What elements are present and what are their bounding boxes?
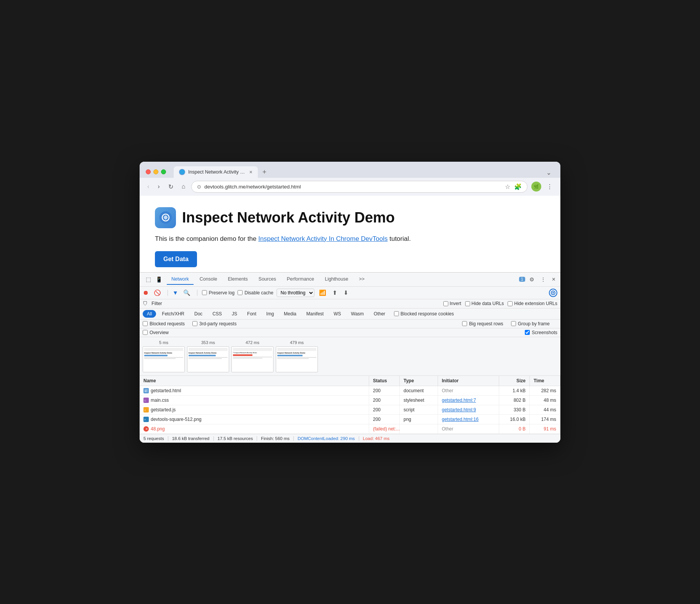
- type-filter-doc[interactable]: Doc: [190, 310, 207, 318]
- third-party-input[interactable]: [192, 321, 197, 326]
- row-3-initiator-link[interactable]: getstarted.html:9: [442, 407, 476, 412]
- big-rows-input[interactable]: [462, 321, 467, 326]
- col-header-size[interactable]: Size: [499, 376, 530, 386]
- overview-input[interactable]: [143, 330, 148, 335]
- forward-icon: ›: [158, 183, 160, 190]
- type-filter-other[interactable]: Other: [370, 310, 389, 318]
- tab-console[interactable]: Console: [195, 274, 222, 285]
- address-bar[interactable]: ⊙ devtools.glitch.me/network/getstarted.…: [191, 181, 527, 193]
- tab-more[interactable]: >>: [354, 274, 369, 285]
- home-button[interactable]: ⌂: [179, 182, 188, 192]
- big-request-rows-checkbox[interactable]: Big request rows: [462, 321, 503, 326]
- blocked-cookies-input[interactable]: [394, 311, 399, 316]
- col-header-time[interactable]: Time: [530, 376, 560, 386]
- blocked-response-cookies-checkbox[interactable]: Blocked response cookies: [394, 311, 454, 317]
- back-button[interactable]: ‹: [145, 182, 151, 192]
- tab-performance[interactable]: Performance: [282, 274, 319, 285]
- col-header-name[interactable]: Name: [140, 376, 369, 386]
- preserve-log-input[interactable]: [202, 290, 207, 295]
- tab-network[interactable]: Network: [167, 274, 194, 285]
- screenshot-thumb-1[interactable]: Inspect Network Activity Demo: [143, 346, 185, 372]
- new-tab-button[interactable]: +: [259, 167, 270, 178]
- type-filter-media[interactable]: Media: [280, 310, 301, 318]
- download-icon[interactable]: ⬇: [342, 289, 350, 297]
- blocked-requests-input[interactable]: [143, 321, 148, 326]
- type-filter-font[interactable]: Font: [243, 310, 260, 318]
- type-filter-fetch-xhr[interactable]: Fetch/XHR: [158, 310, 189, 318]
- row-4-initiator-link[interactable]: getstarted.html:16: [442, 417, 479, 422]
- search-icon[interactable]: 🔍: [181, 288, 192, 297]
- device-toolbar-icon[interactable]: 📱: [154, 275, 164, 284]
- tab-title: Inspect Network Activity Dem: [188, 169, 246, 175]
- hide-extension-urls-input[interactable]: [508, 301, 513, 306]
- devtools-tutorial-link[interactable]: Inspect Network Activity In Chrome DevTo…: [258, 235, 387, 242]
- forward-button[interactable]: ›: [155, 182, 162, 192]
- hide-data-urls-input[interactable]: [465, 301, 470, 306]
- type-filter-js[interactable]: JS: [228, 310, 241, 318]
- type-filter-img[interactable]: Img: [262, 310, 278, 318]
- row-1-type: document: [400, 386, 438, 395]
- get-data-button[interactable]: Get Data: [155, 251, 197, 267]
- invert-checkbox[interactable]: Invert: [443, 301, 461, 306]
- disable-cache-checkbox[interactable]: Disable cache: [238, 290, 273, 296]
- group-by-frame-input[interactable]: [511, 321, 516, 326]
- type-filter-ws[interactable]: WS: [329, 310, 345, 318]
- page-title: Inspect Network Activity Demo: [182, 209, 395, 226]
- col-header-type[interactable]: Type: [400, 376, 438, 386]
- table-row[interactable]: H getstarted.html 200 document Other 1.4…: [140, 386, 560, 396]
- third-party-checkbox[interactable]: 3rd-party requests: [192, 321, 236, 326]
- preserve-log-checkbox[interactable]: Preserve log: [202, 290, 234, 296]
- screenshot-time-1: 5 ms: [159, 340, 168, 345]
- browser-tab[interactable]: 🌐 Inspect Network Activity Dem ×: [174, 166, 258, 178]
- inspect-element-icon[interactable]: ⬚: [144, 274, 153, 284]
- stop-recording-icon[interactable]: ⏺: [143, 289, 149, 296]
- tabs-dropdown-button[interactable]: ⌄: [543, 167, 554, 178]
- table-row[interactable]: ✕ 48.png (failed) net:... Other 0 B 91 m…: [140, 424, 560, 434]
- tab-lighthouse[interactable]: Lighthouse: [320, 274, 353, 285]
- filter-active-icon[interactable]: ▼: [173, 289, 178, 296]
- disable-cache-input[interactable]: [238, 290, 243, 295]
- close-window-button[interactable]: [146, 169, 151, 174]
- col-header-initiator[interactable]: Initiator: [438, 376, 499, 386]
- overview-checkbox[interactable]: Overview: [143, 330, 169, 335]
- blocked-requests-checkbox[interactable]: Blocked requests: [143, 321, 185, 326]
- row-2-initiator-link[interactable]: getstarted.html:7: [442, 398, 476, 403]
- throttling-select[interactable]: No throttling: [277, 289, 314, 297]
- bookmark-icon[interactable]: ☆: [505, 183, 510, 190]
- type-filter-manifest[interactable]: Manifest: [302, 310, 328, 318]
- type-filter-css[interactable]: CSS: [208, 310, 226, 318]
- table-row[interactable]: P devtools-square-512.png 200 png getsta…: [140, 415, 560, 424]
- hide-data-urls-checkbox[interactable]: Hide data URLs: [465, 301, 504, 306]
- row-5-time: 91 ms: [530, 424, 560, 434]
- type-filter-all[interactable]: All: [143, 310, 156, 318]
- screenshot-thumb-2[interactable]: Inspect Network Activity Demo: [187, 346, 229, 372]
- clear-button[interactable]: 🚫: [152, 288, 163, 297]
- avatar[interactable]: 🌿: [531, 182, 541, 192]
- devtools-settings-icon[interactable]: ⚙: [527, 275, 536, 284]
- invert-input[interactable]: [443, 301, 448, 306]
- tab-sources[interactable]: Sources: [254, 274, 281, 285]
- type-filter-wasm[interactable]: Wasm: [347, 310, 368, 318]
- screenshot-thumb-3[interactable]: ** Inspect Network Activity Demo: [231, 346, 273, 372]
- table-row[interactable]: J getstarted.js 200 script getstarted.ht…: [140, 405, 560, 415]
- upload-icon[interactable]: ⬆: [331, 289, 339, 297]
- extensions-icon[interactable]: 🧩: [514, 183, 522, 190]
- col-header-status[interactable]: Status: [369, 376, 400, 386]
- hide-extension-urls-checkbox[interactable]: Hide extension URLs: [508, 301, 557, 306]
- devtools-more-icon[interactable]: ⋮: [539, 275, 548, 284]
- group-by-frame-checkbox[interactable]: Group by frame: [511, 321, 550, 326]
- table-row[interactable]: C main.css 200 stylesheet getstarted.htm…: [140, 396, 560, 405]
- minimize-window-button[interactable]: [153, 169, 158, 174]
- refresh-button[interactable]: ↻: [166, 182, 176, 192]
- tab-elements[interactable]: Elements: [223, 274, 252, 285]
- browser-menu-button[interactable]: ⋮: [544, 182, 555, 192]
- screenshots-input[interactable]: [525, 330, 530, 335]
- network-settings-ring[interactable]: [549, 289, 557, 297]
- tab-close-button[interactable]: ×: [249, 169, 252, 175]
- row-4-size: 16.0 kB: [499, 415, 530, 424]
- png-icon: P: [143, 417, 149, 422]
- devtools-close-icon[interactable]: ×: [550, 275, 557, 284]
- maximize-window-button[interactable]: [161, 169, 166, 174]
- screenshot-thumb-4[interactable]: Inspect Network Activity Demo: [276, 346, 318, 372]
- screenshots-checkbox[interactable]: Screenshots: [525, 330, 557, 335]
